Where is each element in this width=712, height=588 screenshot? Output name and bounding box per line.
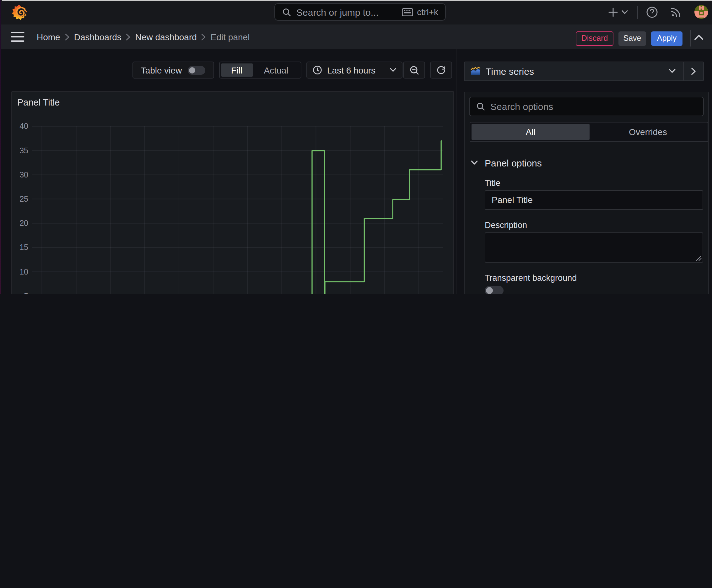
svg-text:35: 35	[19, 146, 28, 155]
svg-text:20: 20	[19, 218, 28, 227]
svg-text:10: 10	[19, 267, 28, 276]
svg-text:30: 30	[19, 170, 28, 179]
svg-text:15: 15	[19, 243, 28, 252]
svg-text:5: 5	[24, 292, 28, 294]
svg-text:25: 25	[19, 194, 28, 203]
svg-text:40: 40	[19, 122, 28, 130]
